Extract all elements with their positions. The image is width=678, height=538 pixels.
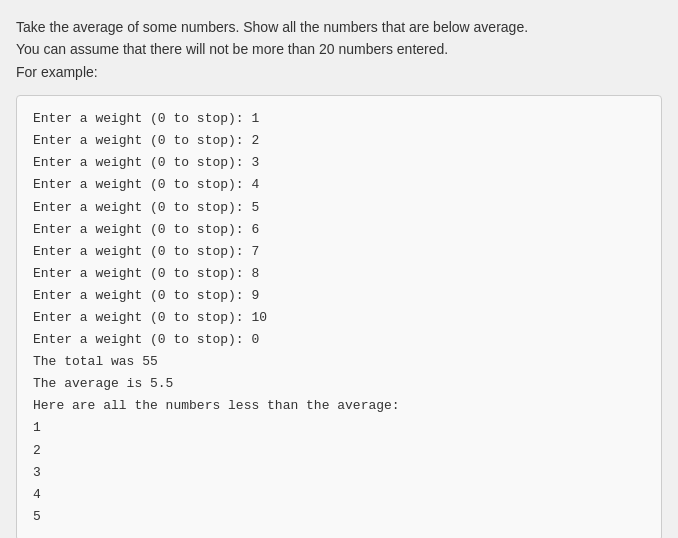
terminal-line: The total was 55 — [33, 351, 645, 373]
terminal-line: Enter a weight (0 to stop): 2 — [33, 130, 645, 152]
terminal-line: Enter a weight (0 to stop): 9 — [33, 285, 645, 307]
terminal-line: Enter a weight (0 to stop): 5 — [33, 197, 645, 219]
terminal-line: 2 — [33, 440, 645, 462]
terminal-line: Enter a weight (0 to stop): 3 — [33, 152, 645, 174]
terminal-line: Here are all the numbers less than the a… — [33, 395, 645, 417]
description-line2: You can assume that there will not be mo… — [16, 41, 448, 57]
terminal-line: Enter a weight (0 to stop): 7 — [33, 241, 645, 263]
terminal-line: 4 — [33, 484, 645, 506]
terminal-line: Enter a weight (0 to stop): 0 — [33, 329, 645, 351]
terminal-line: Enter a weight (0 to stop): 1 — [33, 108, 645, 130]
terminal-line: Enter a weight (0 to stop): 4 — [33, 174, 645, 196]
terminal-line: 1 — [33, 417, 645, 439]
terminal-line: Enter a weight (0 to stop): 10 — [33, 307, 645, 329]
description-line1: Take the average of some numbers. Show a… — [16, 19, 528, 35]
terminal-line: 5 — [33, 506, 645, 528]
terminal-line: The average is 5.5 — [33, 373, 645, 395]
terminal-line: Enter a weight (0 to stop): 8 — [33, 263, 645, 285]
terminal-output: Enter a weight (0 to stop): 1Enter a wei… — [16, 95, 662, 538]
terminal-line: Enter a weight (0 to stop): 6 — [33, 219, 645, 241]
terminal-line: 3 — [33, 462, 645, 484]
description-line3: For example: — [16, 64, 98, 80]
description-block: Take the average of some numbers. Show a… — [16, 16, 662, 83]
